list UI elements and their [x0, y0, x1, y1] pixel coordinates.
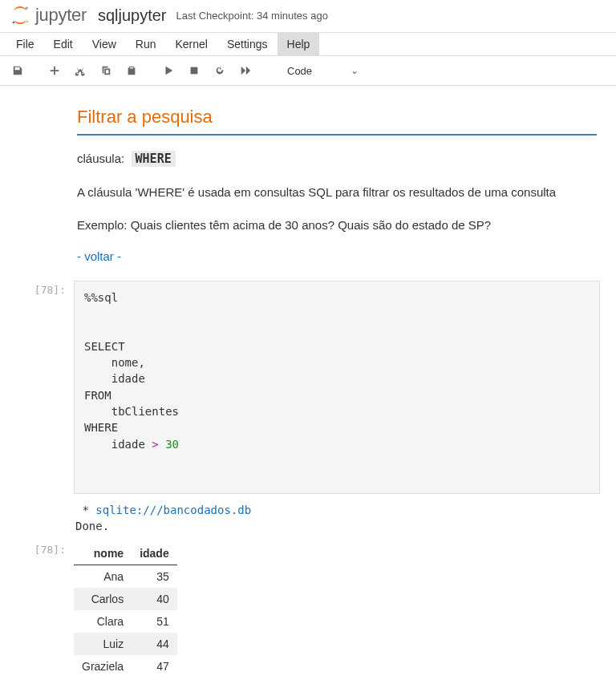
menu-item-file[interactable]: File [6, 33, 44, 55]
table-row: Luiz44 [74, 633, 177, 655]
table-cell: Clara [74, 610, 132, 633]
md-desc: A cláusula 'WHERE' é usada em consultas … [77, 184, 597, 200]
prompt-empty [0, 102, 74, 266]
table-cell: Luiz [74, 633, 132, 655]
cell-type-select[interactable]: Code ⌄ [271, 63, 359, 79]
jupyter-logo-icon [10, 5, 30, 26]
table-cell: 40 [132, 588, 177, 610]
run-button[interactable] [157, 59, 180, 82]
output-star: * [75, 504, 95, 516]
checkpoint-text: Last Checkpoint: 34 minutes ago [176, 10, 328, 22]
logo-text: jupyter [35, 5, 87, 26]
table-row: Graziela47 [74, 655, 177, 678]
svg-rect-3 [191, 67, 198, 75]
cell-type-value: Code [281, 63, 328, 79]
svg-point-2 [26, 21, 28, 22]
table-cell: 35 [132, 565, 177, 589]
table-row: Ana35 [74, 565, 177, 589]
output-prompt: [78]: [0, 540, 74, 678]
md-clause-line: cláusula: WHERE [77, 150, 597, 168]
table-row: Carlos40 [74, 588, 177, 610]
output-body: * sqlite:///bancodados.db Done. [74, 499, 600, 536]
copy-button[interactable] [95, 59, 117, 82]
table-cell: 44 [132, 633, 177, 655]
md-heading: Filtrar a pesquisa [77, 107, 597, 136]
md-back-link[interactable]: - voltar - [77, 249, 121, 263]
table-cell: 51 [132, 610, 177, 633]
code-input[interactable]: %%sql SELECT nome, idade FROM tbClientes… [74, 281, 600, 494]
menu-item-settings[interactable]: Settings [217, 33, 278, 55]
restart-run-all-button[interactable] [234, 59, 257, 82]
output-cell: * sqlite:///bancodados.db Done. [0, 499, 600, 536]
menu-bar: FileEditViewRunKernelSettingsHelp [0, 32, 616, 56]
toolbar: Code ⌄ [0, 56, 616, 86]
table-cell: Carlos [74, 588, 132, 610]
table-header: idade [132, 542, 177, 565]
md-example: Exemplo: Quais clientes têm acima de 30 … [77, 217, 597, 233]
menu-item-kernel[interactable]: Kernel [165, 33, 217, 55]
stop-button[interactable] [183, 59, 205, 82]
menu-item-view[interactable]: View [83, 33, 126, 55]
add-cell-button[interactable] [43, 59, 66, 82]
top-header: jupyter sqljupyter Last Checkpoint: 34 m… [0, 0, 616, 32]
svg-point-0 [26, 6, 28, 9]
code-cell[interactable]: [78]: %%sql SELECT nome, idade FROM tbCl… [0, 281, 600, 494]
code-body: %%sql SELECT nome, idade FROM tbClientes… [74, 281, 600, 494]
md-clause-code: WHERE [132, 151, 176, 167]
output-table-body: nomeidade Ana35Carlos40Clara51Luiz44Graz… [74, 540, 600, 678]
output-table-cell: [78]: nomeidade Ana35Carlos40Clara51Luiz… [0, 540, 600, 678]
table-cell: Graziela [74, 655, 132, 678]
output-text: * sqlite:///bancodados.db Done. [74, 499, 600, 536]
markdown-body: Filtrar a pesquisa cláusula: WHERE A clá… [74, 102, 600, 266]
chevron-down-icon: ⌄ [351, 65, 359, 76]
output-table: nomeidade Ana35Carlos40Clara51Luiz44Graz… [74, 542, 177, 678]
markdown-cell[interactable]: Filtrar a pesquisa cláusula: WHERE A clá… [0, 102, 600, 266]
table-row: Clara51 [74, 610, 177, 633]
cut-button[interactable] [69, 59, 91, 82]
input-prompt: [78]: [0, 281, 74, 494]
menu-item-help[interactable]: Help [278, 33, 320, 55]
notebook-title[interactable]: sqljupyter [98, 6, 167, 25]
menu-item-run[interactable]: Run [126, 33, 166, 55]
output-db-link[interactable]: sqlite:///bancodados.db [95, 504, 251, 516]
logo: jupyter [10, 5, 87, 26]
output-prompt-empty [0, 499, 74, 536]
menu-item-edit[interactable]: Edit [44, 33, 83, 55]
table-cell: Ana [74, 565, 132, 589]
output-done: Done. [75, 520, 109, 532]
md-clause-label: cláusula: [77, 152, 124, 165]
notebook-container: Filtrar a pesquisa cláusula: WHERE A clá… [0, 86, 616, 684]
svg-point-1 [13, 22, 15, 24]
save-button[interactable] [6, 59, 29, 82]
table-cell: 47 [132, 655, 177, 678]
restart-button[interactable] [209, 59, 231, 82]
table-header: nome [74, 542, 132, 565]
paste-button[interactable] [120, 59, 143, 82]
